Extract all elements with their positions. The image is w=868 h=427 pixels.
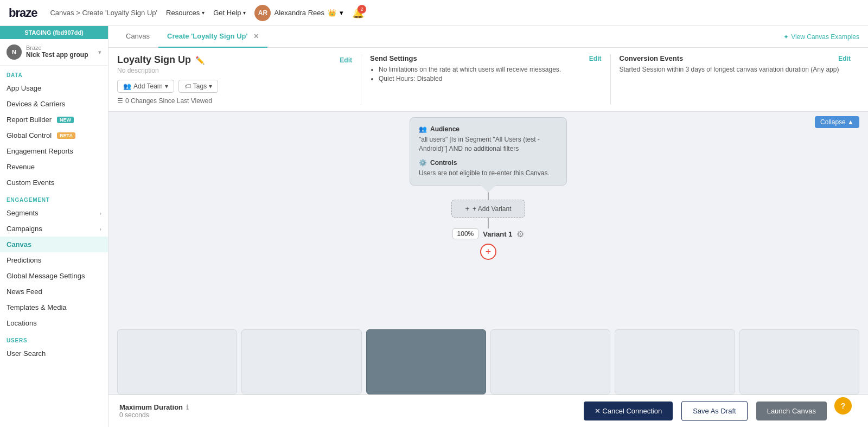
chevron-right-icon: › bbox=[99, 210, 101, 216]
list-icon: ☰ bbox=[117, 97, 123, 105]
users-section-label: USERS bbox=[0, 331, 108, 346]
tabs-bar: Canvas Create 'Loyalty Sign Up' ✕ ✦ View… bbox=[108, 26, 868, 48]
save-as-draft-button[interactable]: Save As Draft bbox=[681, 401, 747, 421]
canvas-edit-button[interactable]: Edit bbox=[340, 56, 352, 64]
engagement-section-label: ENGAGEMENT bbox=[0, 190, 108, 205]
chevron-down-icon: ▾ bbox=[202, 10, 205, 16]
tags-button[interactable]: 🏷 Tags ▾ bbox=[178, 80, 218, 93]
account-switcher[interactable]: N Braze Nick Test app group ▾ bbox=[0, 39, 108, 66]
staging-banner: STAGING (fbd907dd) bbox=[0, 26, 108, 39]
sidebar-item-custom-events[interactable]: Custom Events bbox=[0, 175, 108, 190]
plus-icon: + bbox=[465, 205, 469, 213]
canvas-workspace: Collapse ▲ 👥 Audience "all users" [Is in… bbox=[108, 112, 868, 394]
max-duration-value: 0 seconds bbox=[119, 411, 575, 419]
variant-name: Variant 1 bbox=[483, 230, 512, 238]
cancel-connection-button[interactable]: ✕ Cancel Connection bbox=[584, 401, 673, 420]
info-icon: ℹ bbox=[186, 404, 189, 411]
add-variant-button[interactable]: + + Add Variant bbox=[451, 200, 525, 218]
send-settings-list: No limitations on the rate at which user… bbox=[370, 66, 602, 82]
notification-button[interactable]: 🔔 2 bbox=[352, 7, 364, 19]
sidebar-item-canvas[interactable]: Canvas bbox=[0, 237, 108, 252]
sidebar-item-revenue[interactable]: Revenue bbox=[0, 159, 108, 175]
tag-icon: 🏷 bbox=[184, 82, 191, 90]
variant-pct: 100% bbox=[452, 228, 479, 239]
bottom-info: Maximum Duration ℹ 0 seconds bbox=[119, 403, 575, 419]
chevron-right-icon: › bbox=[99, 226, 101, 232]
sidebar-item-report-builder[interactable]: Report Builder NEW bbox=[0, 112, 108, 128]
help-button[interactable]: ? bbox=[834, 397, 852, 415]
step-placeholder bbox=[739, 329, 859, 394]
max-duration-title: Maximum Duration ℹ bbox=[119, 403, 575, 411]
sidebar-item-global-control[interactable]: Global Control BETA bbox=[0, 128, 108, 143]
team-icon: 👥 bbox=[123, 82, 131, 90]
send-settings-item-2: Quiet Hours: Disabled bbox=[379, 75, 602, 82]
controls-text: Users are not eligible to re-enter this … bbox=[419, 169, 558, 178]
magic-wand-icon: ✦ bbox=[783, 33, 789, 41]
crown-icon: 👑 bbox=[328, 9, 336, 17]
resources-button[interactable]: Resources ▾ bbox=[166, 9, 205, 17]
tab-create-loyalty-sign-up[interactable]: Create 'Loyalty Sign Up' ✕ bbox=[158, 26, 267, 48]
conversion-events-panel: Conversion Events Edit Started Session w… bbox=[611, 54, 860, 105]
new-badge: NEW bbox=[57, 117, 74, 123]
breadcrumb: Canvas > Create 'Loyalty Sign Up' bbox=[50, 9, 157, 17]
sidebar-item-locations[interactable]: Locations bbox=[0, 315, 108, 331]
sidebar: STAGING (fbd907dd) N Braze Nick Test app… bbox=[0, 26, 108, 427]
send-settings-panel: Send Settings Edit No limitations on the… bbox=[361, 54, 611, 105]
step-placeholder bbox=[615, 329, 735, 394]
sidebar-item-segments[interactable]: Segments › bbox=[0, 205, 108, 221]
braze-logo: braze bbox=[9, 6, 37, 20]
conversion-events-text: Started Session within 3 days of longest… bbox=[620, 66, 851, 73]
sidebar-item-app-usage[interactable]: App Usage bbox=[0, 80, 108, 96]
sidebar-item-devices-carriers[interactable]: Devices & Carriers bbox=[0, 96, 108, 112]
close-icon[interactable]: ✕ bbox=[253, 33, 259, 40]
chevron-down-icon: ▾ bbox=[165, 82, 168, 90]
canvas-description: No description bbox=[117, 67, 352, 74]
send-settings-edit-button[interactable]: Edit bbox=[589, 55, 602, 62]
add-team-button[interactable]: 👥 Add Team ▾ bbox=[117, 80, 174, 93]
step-placeholder bbox=[490, 329, 610, 394]
variant-row: 100% Variant 1 ⚙ bbox=[452, 228, 525, 239]
step-placeholder-dark bbox=[366, 329, 486, 394]
sidebar-item-templates-media[interactable]: Templates & Media bbox=[0, 299, 108, 315]
bottom-bar: Maximum Duration ℹ 0 seconds ✕ Cancel Co… bbox=[108, 394, 868, 427]
connector-line-2 bbox=[488, 218, 489, 228]
edit-pencil-icon[interactable]: ✏️ bbox=[195, 56, 205, 65]
sidebar-item-news-feed[interactable]: News Feed bbox=[0, 284, 108, 299]
conversion-events-edit-button[interactable]: Edit bbox=[838, 55, 851, 62]
sidebar-item-user-search[interactable]: User Search bbox=[0, 346, 108, 361]
chevron-down-icon: ▾ bbox=[98, 49, 101, 56]
step-placeholder bbox=[117, 329, 237, 394]
tab-canvas[interactable]: Canvas bbox=[117, 26, 158, 48]
sidebar-item-global-message-settings[interactable]: Global Message Settings bbox=[0, 268, 108, 284]
chevron-down-icon: ▾ bbox=[340, 9, 343, 17]
launch-canvas-button[interactable]: Launch Canvas bbox=[756, 401, 827, 420]
user-menu[interactable]: AR Alexandra Rees 👑 ▾ bbox=[254, 5, 343, 21]
data-section-label: DATA bbox=[0, 66, 108, 80]
beta-badge: BETA bbox=[57, 132, 75, 139]
steps-row bbox=[108, 329, 868, 394]
controls-icon: ⚙️ bbox=[419, 159, 427, 167]
sidebar-item-predictions[interactable]: Predictions bbox=[0, 252, 108, 268]
collapse-button[interactable]: Collapse ▲ bbox=[815, 116, 859, 128]
users-icon: 👥 bbox=[419, 125, 427, 133]
topbar: braze Canvas > Create 'Loyalty Sign Up' … bbox=[0, 0, 868, 26]
view-canvas-examples-button[interactable]: ✦ View Canvas Examples bbox=[783, 33, 859, 41]
chevron-down-icon: ▾ bbox=[209, 82, 212, 90]
canvas-header: Loyalty Sign Up ✏️ Edit No description 👥… bbox=[108, 48, 868, 112]
content-area: Canvas Create 'Loyalty Sign Up' ✕ ✦ View… bbox=[108, 26, 868, 427]
add-step-button[interactable]: + bbox=[480, 244, 496, 260]
step-placeholder bbox=[241, 329, 361, 394]
sidebar-item-campaigns[interactable]: Campaigns › bbox=[0, 221, 108, 237]
get-help-button[interactable]: Get Help ▾ bbox=[213, 9, 246, 17]
changes-row: ☰ 0 Changes Since Last Viewed bbox=[117, 97, 352, 105]
chevron-down-icon: ▾ bbox=[243, 10, 246, 16]
send-settings-item-1: No limitations on the rate at which user… bbox=[379, 66, 602, 73]
audience-text: "all users" [Is in Segment "All Users (t… bbox=[419, 135, 558, 154]
canvas-title: Loyalty Sign Up bbox=[117, 54, 191, 66]
canvas-info-panel: Loyalty Sign Up ✏️ Edit No description 👥… bbox=[117, 54, 361, 105]
sidebar-item-engagement-reports[interactable]: Engagement Reports bbox=[0, 143, 108, 159]
avatar: AR bbox=[254, 5, 271, 21]
account-avatar: N bbox=[7, 44, 22, 60]
variant-settings-icon[interactable]: ⚙ bbox=[516, 229, 524, 239]
audience-node: 👥 Audience "all users" [Is in Segment "A… bbox=[410, 117, 567, 186]
